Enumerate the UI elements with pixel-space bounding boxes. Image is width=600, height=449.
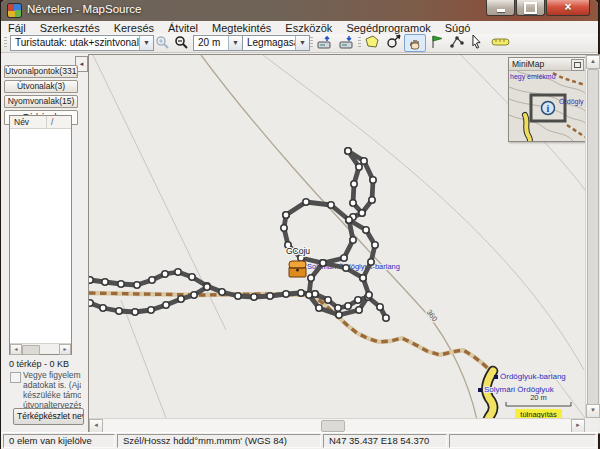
trackpoint-node[interactable] [356, 164, 362, 170]
trackpoint-node[interactable] [355, 297, 361, 303]
trackpoint-node[interactable] [359, 210, 365, 216]
trackpoint-node[interactable] [191, 292, 197, 298]
trackpoint-node[interactable] [162, 271, 168, 277]
trackpoint-node[interactable] [341, 255, 347, 261]
trackpoint-node[interactable] [132, 309, 138, 315]
map-vertical-scrollbar[interactable]: ▲ ▼ [585, 55, 599, 418]
trackpoint-node[interactable] [377, 304, 383, 310]
minimap-panel[interactable]: MiniMap i hegy emlékmű Ördögly [508, 57, 586, 142]
chevron-down-icon[interactable]: ▼ [139, 36, 153, 50]
pan-hand-tool[interactable] [404, 34, 426, 52]
menu-item-1[interactable]: Szerkesztés [33, 22, 107, 34]
trackpoint-node[interactable] [175, 269, 181, 275]
waypoint-marker-1[interactable] [478, 388, 482, 392]
map-list-header[interactable]: Név / [10, 116, 71, 129]
trackpoint-node[interactable] [351, 181, 357, 187]
trackpoint-node[interactable] [163, 302, 169, 308]
chevron-down-icon[interactable]: ▼ [295, 36, 309, 50]
minimize-button[interactable] [486, 0, 515, 16]
menu-item-0[interactable]: Fájl [1, 22, 33, 34]
scroll-down-icon[interactable]: ▼ [586, 404, 600, 418]
trackpoint-node[interactable] [178, 296, 184, 302]
trackpoint-node[interactable] [360, 275, 366, 281]
close-button[interactable]: × [546, 0, 590, 16]
trackpoint-node[interactable] [219, 289, 225, 295]
measure-tool[interactable] [490, 34, 512, 50]
menu-item-5[interactable]: Eszközök [278, 22, 339, 34]
sidebar-tab-1[interactable]: Útvonalak(3) [4, 80, 78, 93]
trackpoint-node[interactable] [306, 292, 312, 298]
trackpoint-node[interactable] [335, 305, 341, 311]
trackpoint-node[interactable] [118, 281, 124, 287]
toolbar-grip[interactable] [310, 37, 313, 49]
trackpoint-node[interactable] [328, 202, 334, 208]
trackpoint-node[interactable] [148, 307, 154, 313]
trackpoint-node[interactable] [345, 148, 351, 154]
trackpoint-node[interactable] [303, 199, 309, 205]
geocache-icon[interactable] [289, 261, 306, 277]
trackpoint-node[interactable] [116, 308, 122, 314]
trackpoint-node[interactable] [350, 237, 356, 243]
map-select-tool[interactable] [363, 34, 381, 50]
scroll-thumb[interactable] [22, 345, 40, 355]
waypoint-marker-0[interactable] [494, 375, 498, 379]
zoom-in-button[interactable] [153, 34, 171, 50]
menu-item-4[interactable]: Megtekintés [205, 22, 278, 34]
trackpoint-node[interactable] [361, 158, 367, 164]
trackpoint-node[interactable] [370, 177, 376, 183]
trackpoint-node[interactable] [204, 284, 210, 290]
trackpoint-node[interactable] [102, 279, 108, 285]
map-product-select[interactable]: Turistautak: utak+szintvonalak ▼ [10, 35, 154, 51]
trackpoint-node[interactable] [134, 282, 140, 288]
trackpoint-node[interactable] [308, 275, 314, 281]
trackpoint-node[interactable] [283, 212, 289, 218]
chevron-down-icon[interactable]: ▼ [228, 36, 242, 50]
trackpoint-node[interactable] [100, 305, 106, 311]
trackpoint-node[interactable] [363, 227, 369, 233]
menu-item-6[interactable]: Segédprogramok [339, 22, 437, 34]
scroll-up-icon[interactable]: ▲ [586, 55, 600, 69]
trackpoint-node[interactable] [281, 225, 287, 231]
scroll-thumb[interactable] [587, 69, 599, 405]
trackpoint-node[interactable] [372, 242, 378, 248]
trail-path[interactable] [89, 293, 491, 371]
trackpoint-node[interactable] [267, 293, 273, 299]
trackpoint-node[interactable] [316, 305, 322, 311]
trackpoint-node[interactable] [356, 307, 362, 313]
list-horizontal-scrollbar[interactable]: ◄ ► [10, 343, 71, 354]
maximize-button[interactable] [516, 0, 545, 16]
minimap-restore-icon[interactable] [571, 59, 584, 71]
menu-item-7[interactable]: Súgó [438, 22, 478, 34]
sidebar-tab-0[interactable]: Útvonalpontok(331) [4, 65, 78, 78]
scroll-right-icon[interactable]: ► [571, 419, 585, 433]
sidebar-tab-2[interactable]: Nyomvonalak(15) [4, 95, 78, 108]
minimap-map[interactable]: i hegy emlékmű Ördögly [509, 71, 585, 141]
trackpoint-node[interactable] [383, 315, 389, 321]
trackpoint-node[interactable] [189, 274, 195, 280]
trackpoint-node[interactable] [298, 290, 304, 296]
menu-item-3[interactable]: Átvitel [161, 22, 205, 34]
trackpoint-node[interactable] [149, 277, 155, 283]
scroll-thumb[interactable] [321, 420, 345, 432]
column-sort[interactable]: / [47, 116, 53, 128]
trackpoint-node[interactable] [343, 265, 349, 271]
scroll-right-icon[interactable]: ► [59, 344, 71, 355]
send-to-device-button[interactable] [315, 34, 333, 50]
map-horizontal-scrollbar[interactable]: ◄ ► [89, 418, 585, 432]
detail-level-select[interactable]: Legmagasabb ▼ [242, 35, 310, 51]
trackpoint-node[interactable] [89, 300, 93, 306]
toolbar-grip[interactable] [4, 37, 7, 49]
receive-from-device-button[interactable] [337, 34, 355, 50]
selection-tool[interactable] [468, 34, 486, 50]
title-bar[interactable]: Névtelen - MapSource × [1, 0, 598, 22]
trackpoint-node[interactable] [369, 197, 375, 203]
scroll-left-icon[interactable]: ◄ [10, 344, 22, 355]
zoom-region-tool[interactable] [385, 34, 403, 50]
trackpoint-node[interactable] [366, 292, 372, 298]
trackpoint-node[interactable] [320, 260, 326, 266]
waypoint-flag-tool[interactable] [428, 34, 446, 50]
trackpoint-node[interactable] [325, 297, 331, 303]
minimap-titlebar[interactable]: MiniMap [509, 58, 585, 71]
zoom-scale-select[interactable]: 20 m ▼ [193, 35, 243, 51]
menu-item-2[interactable]: Keresés [107, 22, 161, 34]
